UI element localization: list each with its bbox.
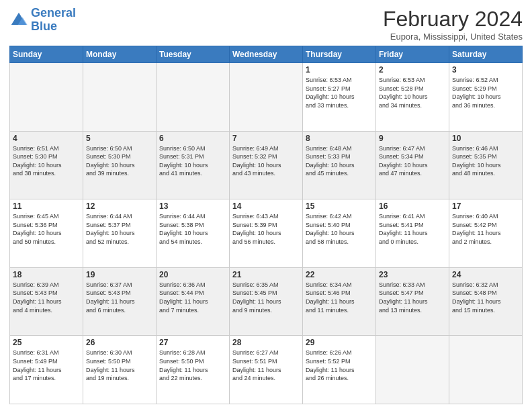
day-number: 1 — [306, 65, 373, 75]
calendar-cell — [10, 63, 83, 132]
day-info: Sunrise: 6:44 AM Sunset: 5:38 PM Dayligh… — [159, 212, 226, 246]
calendar-cell: 21Sunrise: 6:35 AM Sunset: 5:45 PM Dayli… — [230, 267, 303, 336]
day-info: Sunrise: 6:34 AM Sunset: 5:46 PM Dayligh… — [306, 281, 373, 314]
day-number: 22 — [306, 270, 373, 279]
calendar-cell: 18Sunrise: 6:39 AM Sunset: 5:43 PM Dayli… — [10, 267, 83, 336]
calendar-cell — [157, 63, 230, 132]
day-info: Sunrise: 6:47 AM Sunset: 5:34 PM Dayligh… — [379, 144, 446, 178]
week-row-3: 11Sunrise: 6:45 AM Sunset: 5:36 PM Dayli… — [10, 199, 523, 268]
day-number: 5 — [86, 134, 153, 143]
weekday-header-row: SundayMondayTuesdayWednesdayThursdayFrid… — [10, 46, 523, 63]
weekday-header-wednesday: Wednesday — [230, 46, 303, 63]
day-info: Sunrise: 6:48 AM Sunset: 5:33 PM Dayligh… — [306, 144, 373, 178]
calendar-cell: 22Sunrise: 6:34 AM Sunset: 5:46 PM Dayli… — [303, 267, 376, 336]
day-number: 19 — [86, 270, 153, 279]
title-area: February 2024 Eupora, Mississippi, Unite… — [383, 7, 523, 42]
week-row-1: 1Sunrise: 6:53 AM Sunset: 5:27 PM Daylig… — [10, 63, 523, 132]
day-info: Sunrise: 6:43 AM Sunset: 5:39 PM Dayligh… — [232, 212, 300, 246]
weekday-header-monday: Monday — [83, 46, 157, 63]
calendar-cell: 14Sunrise: 6:43 AM Sunset: 5:39 PM Dayli… — [230, 199, 303, 268]
day-info: Sunrise: 6:51 AM Sunset: 5:30 PM Dayligh… — [13, 144, 80, 178]
day-number: 16 — [379, 201, 446, 211]
day-info: Sunrise: 6:46 AM Sunset: 5:35 PM Dayligh… — [452, 144, 519, 178]
day-info: Sunrise: 6:27 AM Sunset: 5:51 PM Dayligh… — [232, 349, 300, 382]
day-info: Sunrise: 6:39 AM Sunset: 5:43 PM Dayligh… — [13, 281, 80, 314]
calendar-cell: 24Sunrise: 6:32 AM Sunset: 5:48 PM Dayli… — [449, 267, 523, 336]
day-number: 15 — [306, 201, 373, 211]
weekday-header-friday: Friday — [376, 46, 449, 63]
day-number: 2 — [379, 65, 446, 75]
day-info: Sunrise: 6:36 AM Sunset: 5:44 PM Dayligh… — [159, 281, 226, 314]
day-number: 9 — [379, 134, 446, 143]
day-info: Sunrise: 6:26 AM Sunset: 5:52 PM Dayligh… — [306, 349, 373, 382]
day-number: 4 — [13, 134, 80, 143]
day-info: Sunrise: 6:40 AM Sunset: 5:42 PM Dayligh… — [452, 212, 519, 246]
calendar: SundayMondayTuesdayWednesdayThursdayFrid… — [9, 46, 523, 404]
header: General Blue February 2024 Eupora, Missi… — [9, 7, 523, 42]
day-number: 26 — [86, 338, 153, 347]
month-title: February 2024 — [383, 7, 523, 32]
calendar-cell: 23Sunrise: 6:33 AM Sunset: 5:47 PM Dayli… — [376, 267, 449, 336]
day-info: Sunrise: 6:41 AM Sunset: 5:41 PM Dayligh… — [379, 212, 446, 246]
day-number: 13 — [159, 201, 226, 211]
day-number: 8 — [306, 134, 373, 143]
day-number: 10 — [452, 134, 519, 143]
day-number: 28 — [232, 338, 300, 347]
day-info: Sunrise: 6:35 AM Sunset: 5:45 PM Dayligh… — [232, 281, 300, 314]
calendar-cell: 7Sunrise: 6:49 AM Sunset: 5:32 PM Daylig… — [230, 131, 303, 199]
page: General Blue February 2024 Eupora, Missi… — [0, 0, 532, 411]
day-number: 14 — [232, 201, 300, 211]
day-number: 18 — [13, 270, 80, 279]
day-info: Sunrise: 6:45 AM Sunset: 5:36 PM Dayligh… — [13, 212, 80, 246]
day-info: Sunrise: 6:33 AM Sunset: 5:47 PM Dayligh… — [379, 281, 446, 314]
calendar-cell: 9Sunrise: 6:47 AM Sunset: 5:34 PM Daylig… — [376, 131, 449, 199]
day-info: Sunrise: 6:49 AM Sunset: 5:32 PM Dayligh… — [232, 144, 300, 178]
logo-line2: Blue — [31, 19, 57, 33]
day-number: 12 — [86, 201, 153, 211]
day-info: Sunrise: 6:53 AM Sunset: 5:28 PM Dayligh… — [379, 76, 446, 109]
calendar-cell: 15Sunrise: 6:42 AM Sunset: 5:40 PM Dayli… — [303, 199, 376, 268]
calendar-cell: 10Sunrise: 6:46 AM Sunset: 5:35 PM Dayli… — [449, 131, 523, 199]
day-info: Sunrise: 6:50 AM Sunset: 5:31 PM Dayligh… — [159, 144, 226, 178]
calendar-cell: 19Sunrise: 6:37 AM Sunset: 5:43 PM Dayli… — [83, 267, 157, 336]
day-info: Sunrise: 6:30 AM Sunset: 5:50 PM Dayligh… — [86, 349, 153, 382]
calendar-cell: 27Sunrise: 6:28 AM Sunset: 5:50 PM Dayli… — [157, 336, 230, 404]
week-row-5: 25Sunrise: 6:31 AM Sunset: 5:49 PM Dayli… — [10, 336, 523, 404]
calendar-cell: 6Sunrise: 6:50 AM Sunset: 5:31 PM Daylig… — [157, 131, 230, 199]
calendar-cell: 13Sunrise: 6:44 AM Sunset: 5:38 PM Dayli… — [157, 199, 230, 268]
weekday-header-thursday: Thursday — [303, 46, 376, 63]
day-info: Sunrise: 6:31 AM Sunset: 5:49 PM Dayligh… — [13, 349, 80, 382]
calendar-cell: 16Sunrise: 6:41 AM Sunset: 5:41 PM Dayli… — [376, 199, 449, 268]
logo: General Blue — [9, 7, 76, 34]
calendar-cell: 8Sunrise: 6:48 AM Sunset: 5:33 PM Daylig… — [303, 131, 376, 199]
day-number: 29 — [306, 338, 373, 347]
calendar-cell — [83, 63, 157, 132]
calendar-cell: 17Sunrise: 6:40 AM Sunset: 5:42 PM Dayli… — [449, 199, 523, 268]
calendar-cell: 20Sunrise: 6:36 AM Sunset: 5:44 PM Dayli… — [157, 267, 230, 336]
day-number: 23 — [379, 270, 446, 279]
calendar-cell: 12Sunrise: 6:44 AM Sunset: 5:37 PM Dayli… — [83, 199, 157, 268]
calendar-cell — [230, 63, 303, 132]
week-row-2: 4Sunrise: 6:51 AM Sunset: 5:30 PM Daylig… — [10, 131, 523, 199]
calendar-cell: 26Sunrise: 6:30 AM Sunset: 5:50 PM Dayli… — [83, 336, 157, 404]
calendar-cell: 5Sunrise: 6:50 AM Sunset: 5:30 PM Daylig… — [83, 131, 157, 199]
day-number: 11 — [13, 201, 80, 211]
calendar-cell: 11Sunrise: 6:45 AM Sunset: 5:36 PM Dayli… — [10, 199, 83, 268]
weekday-header-saturday: Saturday — [449, 46, 523, 63]
day-number: 27 — [159, 338, 226, 347]
calendar-cell: 3Sunrise: 6:52 AM Sunset: 5:29 PM Daylig… — [449, 63, 523, 132]
logo-line1: General — [31, 6, 76, 19]
calendar-cell: 28Sunrise: 6:27 AM Sunset: 5:51 PM Dayli… — [230, 336, 303, 404]
calendar-cell — [376, 336, 449, 404]
week-row-4: 18Sunrise: 6:39 AM Sunset: 5:43 PM Dayli… — [10, 267, 523, 336]
calendar-cell: 2Sunrise: 6:53 AM Sunset: 5:28 PM Daylig… — [376, 63, 449, 132]
calendar-cell: 29Sunrise: 6:26 AM Sunset: 5:52 PM Dayli… — [303, 336, 376, 404]
day-info: Sunrise: 6:53 AM Sunset: 5:27 PM Dayligh… — [306, 76, 373, 109]
day-number: 6 — [159, 134, 226, 143]
calendar-cell: 25Sunrise: 6:31 AM Sunset: 5:49 PM Dayli… — [10, 336, 83, 404]
day-info: Sunrise: 6:28 AM Sunset: 5:50 PM Dayligh… — [159, 349, 226, 382]
day-number: 21 — [232, 270, 300, 279]
day-number: 7 — [232, 134, 300, 143]
day-number: 25 — [13, 338, 80, 347]
day-info: Sunrise: 6:42 AM Sunset: 5:40 PM Dayligh… — [306, 212, 373, 246]
